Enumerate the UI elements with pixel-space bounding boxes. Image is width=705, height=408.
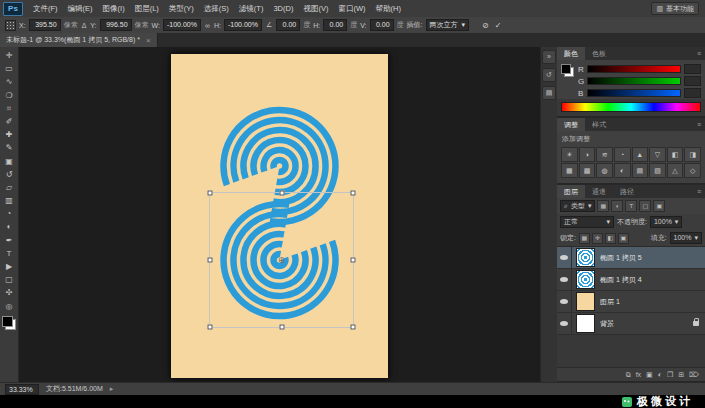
transform-handle[interactable] [279, 325, 284, 330]
transform-handle[interactable] [208, 325, 213, 330]
transform-box[interactable]: ⊕ [209, 192, 354, 328]
layer-row[interactable]: 背景 [557, 313, 705, 335]
hskew-input[interactable]: 0.00 [323, 19, 347, 31]
layer-style-button[interactable]: fx [636, 368, 641, 381]
blue-slider[interactable] [587, 89, 681, 97]
filter-shape-layers-icon[interactable]: ▢ [639, 200, 651, 212]
add-layer-mask-button[interactable]: ▣ [646, 368, 653, 381]
transform-handle[interactable] [208, 191, 213, 196]
new-adjustment-layer-button[interactable]: ◐ [658, 368, 662, 381]
width-input[interactable]: -100.00% [163, 19, 201, 31]
rectangular-marquee-tool[interactable]: ▭ [1, 62, 17, 75]
blend-mode-dropdown[interactable]: 正常 ▾ [560, 216, 614, 228]
menu-item[interactable]: 3D(D) [268, 0, 298, 17]
tab-layers[interactable]: 图层 [557, 185, 585, 198]
tab-adjustments[interactable]: 调整 [557, 118, 585, 131]
layer-thumbnail[interactable] [576, 248, 595, 267]
menu-item[interactable]: 视图(V) [298, 0, 333, 17]
lock-pixels-icon[interactable]: ✛ [592, 233, 603, 244]
hue-saturation-icon[interactable]: ▽ [649, 147, 666, 162]
gradient-map-icon[interactable]: △ [667, 163, 684, 178]
menu-item[interactable]: 图像(I) [98, 0, 130, 17]
path-selection-tool[interactable]: ▶ [1, 260, 17, 273]
red-slider[interactable] [587, 65, 681, 73]
document-canvas[interactable]: ⊕ [171, 54, 388, 378]
history-panel-icon[interactable]: ↺ [542, 68, 556, 82]
quick-selection-tool[interactable]: ❍ [1, 89, 17, 102]
properties-panel-icon[interactable]: ▤ [542, 86, 556, 100]
zoom-tool[interactable]: ◎ [1, 300, 17, 313]
exposure-icon[interactable]: ◔ [614, 147, 631, 162]
selective-color-icon[interactable]: ◇ [684, 163, 701, 178]
workspace-switcher[interactable]: ▥ 基本功能 [651, 2, 699, 15]
healing-brush-tool[interactable]: ✚ [1, 128, 17, 141]
interpolation-dropdown[interactable]: 两次立方 ▾ [426, 19, 470, 31]
transform-handle[interactable] [351, 258, 356, 263]
brush-tool[interactable]: ✎ [1, 141, 17, 154]
layer-visibility-toggle[interactable] [557, 247, 572, 268]
tab-color[interactable]: 颜色 [557, 47, 585, 60]
new-group-button[interactable]: ❐ [667, 368, 673, 381]
filter-type-layers-icon[interactable]: T [625, 200, 637, 212]
layer-visibility-toggle[interactable] [557, 291, 572, 312]
color-lookup-icon[interactable]: ◍ [596, 163, 613, 178]
transform-handle[interactable] [279, 191, 284, 196]
type-tool[interactable]: T [1, 247, 17, 260]
height-input[interactable]: -100.00% [224, 19, 262, 31]
blue-value-input[interactable] [684, 88, 701, 98]
layer-visibility-toggle[interactable] [557, 313, 572, 334]
black-white-icon[interactable]: ◨ [684, 147, 701, 162]
menu-item[interactable]: 帮助(H) [371, 0, 406, 17]
menu-item[interactable]: 滤镜(T) [234, 0, 269, 17]
posterize-icon[interactable]: ▤ [632, 163, 649, 178]
photo-filter-icon[interactable]: ▦ [561, 163, 578, 178]
foreground-color-chip[interactable] [561, 64, 571, 74]
color-panel-swatches[interactable] [561, 64, 574, 77]
tab-styles[interactable]: 样式 [585, 118, 613, 131]
rectangle-tool[interactable]: ▢ [1, 273, 17, 286]
curves-icon[interactable]: ≋ [596, 147, 613, 162]
eyedropper-tool[interactable]: ✐ [1, 115, 17, 128]
color-balance-icon[interactable]: ◧ [667, 147, 684, 162]
levels-icon[interactable]: ◑ [579, 147, 596, 162]
menu-item[interactable]: 选择(S) [199, 0, 234, 17]
lasso-tool[interactable]: ∿ [1, 75, 17, 88]
dodge-tool[interactable]: ◐ [1, 220, 17, 233]
tab-paths[interactable]: 路径 [613, 185, 641, 198]
tab-channels[interactable]: 通道 [585, 185, 613, 198]
y-input[interactable]: 996.50 [100, 19, 132, 31]
layer-thumbnail[interactable] [576, 292, 595, 311]
lock-all-icon[interactable]: ▣ [618, 233, 629, 244]
layer-filter-dropdown[interactable]: ⌕ 类型 ▾ [560, 200, 595, 212]
layer-thumbnail[interactable] [576, 270, 595, 289]
menu-item[interactable]: 编辑(E) [63, 0, 98, 17]
rotation-input[interactable]: 0.00 [276, 19, 300, 31]
color-spectrum-ramp[interactable] [561, 102, 701, 112]
invert-icon[interactable]: ◐ [614, 163, 631, 178]
commit-transform-button[interactable]: ✓ [495, 21, 502, 30]
blur-tool[interactable]: ◔ [1, 207, 17, 220]
document-tab[interactable]: 未标题-1 @ 33.3%(椭圆 1 拷贝 5, RGB/8) * × [0, 33, 158, 47]
status-options-arrow-icon[interactable]: ▸ [110, 385, 114, 393]
tab-swatches[interactable]: 色板 [585, 47, 613, 60]
delete-layer-button[interactable]: ⌦ [689, 368, 699, 381]
channel-mixer-icon[interactable]: ▩ [579, 163, 596, 178]
move-tool[interactable]: ✛ [1, 49, 17, 62]
clone-stamp-tool[interactable]: ▣ [1, 155, 17, 168]
brightness-contrast-icon[interactable]: ☀ [561, 147, 578, 162]
panel-menu-icon[interactable]: ≡ [693, 47, 705, 60]
layer-row[interactable]: 椭圆 1 拷贝 4 [557, 269, 705, 291]
layer-row[interactable]: 图层 1 [557, 291, 705, 313]
canvas-area[interactable]: ⊕ [19, 47, 540, 383]
maintain-aspect-ratio-icon[interactable]: ∞ [204, 22, 211, 29]
gradient-tool[interactable]: ▥ [1, 194, 17, 207]
vibrance-icon[interactable]: ▲ [632, 147, 649, 162]
filter-pixel-layers-icon[interactable]: ▦ [597, 200, 609, 212]
transform-handle[interactable] [351, 325, 356, 330]
red-value-input[interactable] [684, 64, 701, 74]
reference-point-locator-icon[interactable] [5, 20, 16, 31]
foreground-background-swatches[interactable] [2, 316, 16, 330]
cancel-transform-button[interactable]: ⊘ [482, 21, 489, 30]
lock-transparency-icon[interactable]: ▦ [579, 233, 590, 244]
close-tab-icon[interactable]: × [146, 36, 151, 45]
